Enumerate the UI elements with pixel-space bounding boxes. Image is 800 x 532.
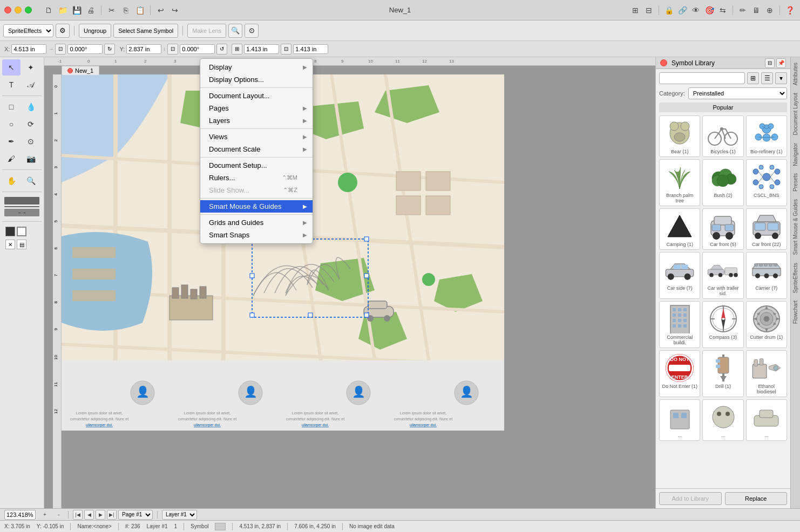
menu-smart-snaps-label: Smart Snaps xyxy=(209,231,249,239)
menu-item-document-layout[interactable]: Document Layout... xyxy=(200,90,313,102)
menu-document-scale-arrow: ▶ xyxy=(303,146,307,152)
menu-item-display[interactable]: Display ▶ xyxy=(200,61,313,73)
menu-item-views[interactable]: Views ▶ xyxy=(200,131,313,143)
menu-rulers-shortcut: ⌃⌘M xyxy=(282,174,297,181)
menu-slide-show-shortcut: ⌃⌘Z xyxy=(283,187,297,194)
menu-item-grids[interactable]: Grids and Guides ▶ xyxy=(200,216,313,229)
menu-smart-mouse-label: Smart Mouse & Guides xyxy=(209,202,281,210)
menu-grids-label: Grids and Guides xyxy=(209,219,263,227)
view-menu: Display ▶ Display Options... Document La… xyxy=(200,58,313,244)
menu-item-smart-mouse[interactable]: Smart Mouse & Guides ▶ xyxy=(200,200,313,213)
menu-rulers-label: Rulers... xyxy=(209,174,235,182)
menu-item-display-options[interactable]: Display Options... xyxy=(200,73,313,86)
menu-overlay[interactable] xyxy=(0,0,800,532)
menu-pages-label: Pages xyxy=(209,104,229,112)
menu-views-label: Views xyxy=(209,133,227,141)
menu-separator xyxy=(200,214,313,215)
menu-smart-mouse-arrow: ▶ xyxy=(303,203,307,209)
menu-layers-label: Layers xyxy=(209,117,230,125)
menu-separator xyxy=(200,128,313,129)
menu-pages-arrow: ▶ xyxy=(303,105,307,111)
menu-document-layout-label: Document Layout... xyxy=(209,92,270,100)
menu-item-slide-show: Slide Show... ⌃⌘Z xyxy=(200,184,313,196)
menu-grids-arrow: ▶ xyxy=(303,220,307,226)
menu-item-document-setup[interactable]: Document Setup... xyxy=(200,159,313,172)
menu-slide-show-label: Slide Show... xyxy=(209,186,249,194)
menu-display-options-label: Display Options... xyxy=(209,76,264,84)
menu-document-setup-label: Document Setup... xyxy=(209,161,267,169)
menu-display-arrow: ▶ xyxy=(303,64,307,70)
menu-item-layers[interactable]: Layers ▶ xyxy=(200,114,313,127)
menu-item-smart-snaps[interactable]: Smart Snaps ▶ xyxy=(200,229,313,241)
menu-document-scale-label: Document Scale xyxy=(209,145,260,153)
menu-separator xyxy=(200,157,313,158)
menu-item-document-scale[interactable]: Document Scale ▶ xyxy=(200,143,313,155)
menu-separator xyxy=(200,87,313,88)
menu-item-rulers[interactable]: Rulers... ⌃⌘M xyxy=(200,172,313,184)
menu-views-arrow: ▶ xyxy=(303,134,307,140)
menu-smart-snaps-arrow: ▶ xyxy=(303,232,307,238)
menu-layers-arrow: ▶ xyxy=(303,118,307,124)
menu-display-label: Display xyxy=(209,63,232,71)
menu-separator xyxy=(200,198,313,199)
menu-item-pages[interactable]: Pages ▶ xyxy=(200,102,313,114)
